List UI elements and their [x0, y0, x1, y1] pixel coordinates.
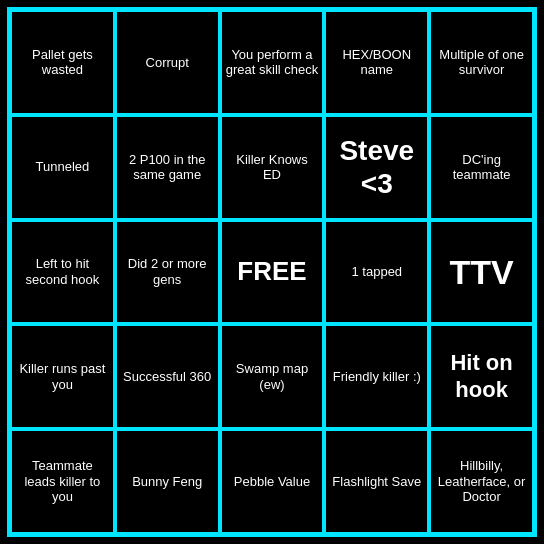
cell-text-r1c2: Killer Knows ED — [226, 152, 319, 183]
cell-text-r3c3: Friendly killer :) — [333, 369, 421, 385]
cell-r0c1[interactable]: Corrupt — [115, 10, 220, 115]
cell-r3c4[interactable]: Hit on hook — [429, 324, 534, 429]
cell-r2c2[interactable]: FREE — [220, 220, 325, 325]
cell-text-r3c1: Successful 360 — [123, 369, 211, 385]
cell-text-r0c0: Pallet gets wasted — [16, 47, 109, 78]
cell-text-r0c4: Multiple of one survivor — [435, 47, 528, 78]
cell-text-r3c2: Swamp map (ew) — [226, 361, 319, 392]
cell-text-r3c0: Killer runs past you — [16, 361, 109, 392]
cell-text-r4c0: Teammate leads killer to you — [16, 458, 109, 505]
cell-r0c0[interactable]: Pallet gets wasted — [10, 10, 115, 115]
cell-r1c2[interactable]: Killer Knows ED — [220, 115, 325, 220]
cell-r2c1[interactable]: Did 2 or more gens — [115, 220, 220, 325]
cell-r1c0[interactable]: Tunneled — [10, 115, 115, 220]
cell-r4c4[interactable]: Hillbilly, Leatherface, or Doctor — [429, 429, 534, 534]
cell-text-r1c1: 2 P100 in the same game — [121, 152, 214, 183]
cell-text-r0c3: HEX/BOON name — [330, 47, 423, 78]
cell-r1c1[interactable]: 2 P100 in the same game — [115, 115, 220, 220]
cell-r3c3[interactable]: Friendly killer :) — [324, 324, 429, 429]
cell-text-r3c4: Hit on hook — [435, 350, 528, 403]
cell-r0c3[interactable]: HEX/BOON name — [324, 10, 429, 115]
cell-text-r0c1: Corrupt — [146, 55, 189, 71]
bingo-board: Pallet gets wastedCorruptYou perform a g… — [7, 7, 537, 537]
cell-text-r2c4: TTV — [449, 252, 513, 293]
cell-r2c0[interactable]: Left to hit second hook — [10, 220, 115, 325]
cell-r4c1[interactable]: Bunny Feng — [115, 429, 220, 534]
cell-text-r2c1: Did 2 or more gens — [121, 256, 214, 287]
cell-text-r4c1: Bunny Feng — [132, 474, 202, 490]
cell-text-r2c2: FREE — [237, 256, 306, 287]
cell-text-r1c0: Tunneled — [36, 159, 90, 175]
cell-r1c3[interactable]: Steve <3 — [324, 115, 429, 220]
cell-r2c4[interactable]: TTV — [429, 220, 534, 325]
cell-text-r0c2: You perform a great skill check — [226, 47, 319, 78]
cell-text-r4c2: Pebble Value — [234, 474, 310, 490]
cell-text-r1c3: Steve <3 — [330, 134, 423, 201]
cell-text-r2c3: 1 tapped — [351, 264, 402, 280]
cell-r3c1[interactable]: Successful 360 — [115, 324, 220, 429]
cell-text-r4c3: Flashlight Save — [332, 474, 421, 490]
cell-r4c0[interactable]: Teammate leads killer to you — [10, 429, 115, 534]
cell-r3c2[interactable]: Swamp map (ew) — [220, 324, 325, 429]
cell-r0c2[interactable]: You perform a great skill check — [220, 10, 325, 115]
cell-r4c3[interactable]: Flashlight Save — [324, 429, 429, 534]
cell-r1c4[interactable]: DC'ing teammate — [429, 115, 534, 220]
cell-r0c4[interactable]: Multiple of one survivor — [429, 10, 534, 115]
cell-r2c3[interactable]: 1 tapped — [324, 220, 429, 325]
cell-r4c2[interactable]: Pebble Value — [220, 429, 325, 534]
cell-text-r4c4: Hillbilly, Leatherface, or Doctor — [435, 458, 528, 505]
cell-r3c0[interactable]: Killer runs past you — [10, 324, 115, 429]
cell-text-r1c4: DC'ing teammate — [435, 152, 528, 183]
cell-text-r2c0: Left to hit second hook — [16, 256, 109, 287]
